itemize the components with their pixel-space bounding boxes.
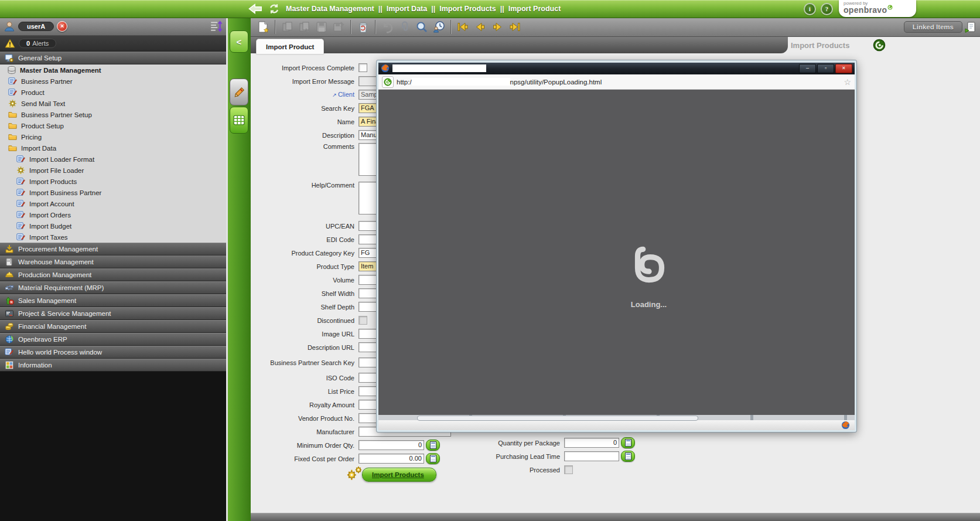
sidebar-item-import-budget[interactable]: Import Budget xyxy=(0,220,226,231)
delete-button[interactable] xyxy=(356,19,371,35)
field-label: Client xyxy=(338,91,354,98)
quantity-per-package-calculator-button[interactable] xyxy=(621,437,635,448)
sidebar-item-general-setup[interactable]: General Setup xyxy=(0,52,226,64)
audit-trail-button[interactable] xyxy=(431,19,446,35)
import-products-button[interactable]: Import Products xyxy=(362,468,436,482)
sidebar-item-import-file-loader[interactable]: Import File Loader xyxy=(0,165,226,176)
logout-close-icon[interactable]: × xyxy=(57,21,67,32)
sidebar-item-product-setup[interactable]: Product Setup xyxy=(0,120,226,131)
field-label: ISO Code xyxy=(326,374,354,382)
purchasing-lead-time-input[interactable] xyxy=(564,451,619,461)
fixed-cost-per-order-calculator-button[interactable] xyxy=(426,453,440,464)
sidebar-item-hello-world-process-window[interactable]: Hello world Process window xyxy=(0,346,226,359)
maximize-button[interactable]: ▫ xyxy=(817,64,834,73)
mrp-icon xyxy=(5,283,14,292)
minimum-order-qty-calculator-button[interactable] xyxy=(426,440,440,451)
menu-expand-collapse-icon[interactable] xyxy=(210,20,223,33)
openbravo-window-icon[interactable] xyxy=(873,39,886,52)
popup-content: Loading... xyxy=(378,90,855,415)
popup-title-bar[interactable]: – ▫ × xyxy=(378,62,855,74)
warning-icon xyxy=(5,39,15,48)
back-icon[interactable] xyxy=(248,2,262,15)
toolbar-separator xyxy=(375,20,376,34)
sidebar-item-master-data-management[interactable]: Master Data Management xyxy=(0,64,226,76)
refresh-icon[interactable] xyxy=(267,2,281,15)
window-edit-icon xyxy=(16,177,26,186)
import-process-complete-checkbox[interactable] xyxy=(358,63,367,72)
nav-first-button[interactable] xyxy=(456,19,471,35)
sidebar-item-financial-management[interactable]: Financial Management xyxy=(0,320,226,333)
linked-items-icon[interactable] xyxy=(965,21,976,33)
url-path: npsg/utility/PopupLoading.html xyxy=(510,79,602,86)
search-button[interactable] xyxy=(414,19,429,35)
sidebar-item-product[interactable]: Product xyxy=(0,87,226,98)
tab-import-product[interactable]: Import Product xyxy=(256,39,324,54)
field-label: Minimum Order Qty. xyxy=(297,442,354,449)
linked-items-tab[interactable]: Linked Items xyxy=(904,21,962,33)
minimize-button[interactable]: – xyxy=(799,64,816,73)
new-record-button[interactable] xyxy=(255,19,271,35)
sidebar-item-business-partner-setup[interactable]: Business Partner Setup xyxy=(0,109,226,120)
window-tab-import-products[interactable]: Import Products xyxy=(791,37,849,53)
process-gear-icon xyxy=(16,166,26,175)
close-button[interactable]: × xyxy=(835,64,852,73)
user-avatar-icon xyxy=(4,21,15,32)
nav-previous-button[interactable] xyxy=(473,19,488,35)
nav-last-button[interactable] xyxy=(507,19,522,35)
breadcrumb-separator: || xyxy=(431,5,435,13)
firefox-icon xyxy=(381,64,390,73)
help-icon[interactable]: ? xyxy=(821,3,833,15)
sidebar-item-import-loader-format[interactable]: Import Loader Format xyxy=(0,154,226,165)
grid-view-button[interactable] xyxy=(230,107,248,134)
sidebar-item-warehouse-management[interactable]: Warehouse Management xyxy=(0,256,226,268)
sidebar-item-import-products[interactable]: Import Products xyxy=(0,176,226,187)
fixed-cost-per-order-input[interactable]: 0.00 xyxy=(358,454,424,464)
horizontal-scrollbar[interactable] xyxy=(378,415,855,420)
breadcrumb-segment-import-data[interactable]: Import Data xyxy=(387,5,427,13)
sidebar-item-import-data[interactable]: Import Data xyxy=(0,142,226,154)
sidebar-item-procurement-management[interactable]: Procurement Management xyxy=(0,243,226,256)
sidebar-item-material-requirement-mrp[interactable]: Material Requirement (MRP) xyxy=(0,281,226,294)
sidebar-item-send-mail-text[interactable]: Send Mail Text xyxy=(0,98,226,109)
window-edit-icon xyxy=(8,77,18,86)
undo-button xyxy=(380,19,395,35)
grid-icon xyxy=(233,115,245,125)
minimum-order-qty-input[interactable]: 0 xyxy=(358,440,424,450)
label-client[interactable]: ↗Client xyxy=(251,91,358,98)
information-icon xyxy=(5,360,14,370)
sidebar-item-sales-management[interactable]: Sales Management xyxy=(0,294,226,307)
url-field[interactable]: http:/ npsg/utility/PopupLoading.html xyxy=(397,78,602,86)
label-royalty-amount: Royalty Amount xyxy=(251,401,358,408)
bookmark-star-icon[interactable]: ☆ xyxy=(844,77,851,87)
scrollbar-thumb[interactable] xyxy=(417,416,698,421)
sidebar-item-import-business-partner[interactable]: Import Business Partner xyxy=(0,187,226,198)
sidebar-item-project-service-management[interactable]: Project & Service Management xyxy=(0,307,226,320)
sidebar-item-production-management[interactable]: Production Management xyxy=(0,268,226,281)
alerts-badge[interactable]: 0Alerts xyxy=(19,39,56,48)
sidebar-item-information[interactable]: Information xyxy=(0,359,226,372)
sidebar-item-pricing[interactable]: Pricing xyxy=(0,131,226,142)
label-shelf-width: Shelf Width xyxy=(251,290,358,297)
openbravo-favicon xyxy=(384,78,392,86)
sidebar-item-openbravo-erp[interactable]: Openbravo ERP xyxy=(0,333,226,346)
save-new-button xyxy=(280,19,295,35)
breadcrumb-segment-import-product[interactable]: Import Product xyxy=(508,5,561,13)
nav-next-button[interactable] xyxy=(490,19,505,35)
sidebar-header: userA × xyxy=(0,18,226,36)
sidebar-item-import-account[interactable]: Import Account xyxy=(0,198,226,209)
sidebar-item-import-taxes[interactable]: Import Taxes xyxy=(0,231,226,243)
toolbar-separator xyxy=(450,20,452,34)
menu-item-label: Product xyxy=(21,89,45,96)
edit-view-button[interactable] xyxy=(230,79,248,105)
sidebar-item-business-partner[interactable]: Business Partner xyxy=(0,76,226,87)
info-icon[interactable]: i xyxy=(804,3,816,15)
sidebar-item-import-orders[interactable]: Import Orders xyxy=(0,209,226,220)
purchasing-lead-time-calculator-button[interactable] xyxy=(621,451,635,462)
collapse-sidebar-button[interactable]: < xyxy=(230,30,248,53)
quantity-per-package-input[interactable]: 0 xyxy=(564,438,619,448)
label-minimum-order-qty: Minimum Order Qty. xyxy=(251,442,358,449)
breadcrumb-segment-master-data-management[interactable]: Master Data Management xyxy=(286,5,374,13)
attachment-button[interactable] xyxy=(397,19,412,35)
breadcrumb-segment-import-products[interactable]: Import Products xyxy=(439,5,496,13)
window-edit-icon xyxy=(16,188,26,197)
